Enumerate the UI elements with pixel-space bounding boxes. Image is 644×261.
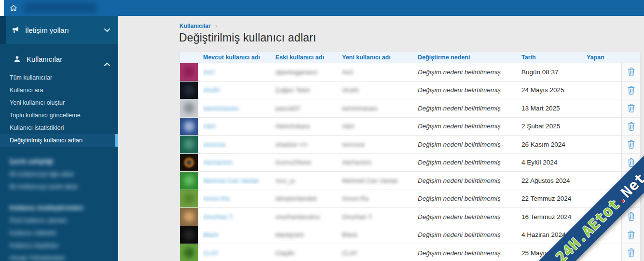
home-icon: [9, 4, 18, 13]
change-date: 22 Ağustos 2024: [521, 177, 587, 184]
sidebar-blurred-group: İçerik sahipliği Bir kullanıcıya öğe akt…: [0, 155, 118, 193]
actions-cell: [621, 82, 640, 99]
table-row: AvC alperkaganavci AvC Değişim nedeni be…: [180, 63, 640, 82]
top-bar: [4, 0, 644, 16]
col-header-current: Mevcut kullanıcı adı: [203, 54, 275, 61]
delete-button[interactable]: [625, 138, 637, 151]
new-username: CL4Y: [342, 249, 418, 257]
sidebar-group-header: İçerik sahipliği: [0, 155, 118, 168]
current-username-link[interactable]: Amon-Ra: [203, 195, 230, 202]
col-header-new: Yeni kullanıcı adı: [342, 54, 418, 61]
sidebar-item-blurred[interactable]: Bir kullanıcıya içerik aktar: [0, 180, 118, 193]
sidebar-item-de-i-tirilmi-kullan-c-adlar-[interactable]: Değiştirilmiş kullanıcı adları: [0, 134, 118, 147]
avatar-cell: [180, 63, 203, 81]
avatar-cell: [180, 172, 203, 190]
current-username-link[interactable]: AlaYazılım: [203, 159, 233, 166]
actions-cell: [621, 226, 640, 244]
trash-icon: [627, 67, 636, 77]
avatar[interactable]: [180, 208, 198, 226]
delete-button[interactable]: [625, 66, 637, 78]
sidebar-item-blurred[interactable]: Özel kullanıcı alanları: [0, 214, 118, 227]
change-reason: Değişim nedeni belirtilmemiş: [418, 177, 521, 184]
actions-cell: [621, 63, 640, 81]
avatar-cell: [180, 190, 203, 208]
sidebar-section-iletisim[interactable]: İletişim yolları: [0, 16, 118, 44]
avatar[interactable]: [180, 63, 198, 81]
current-username-link[interactable]: shuthi: [203, 86, 220, 94]
current-username-link[interactable]: A&A: [203, 123, 216, 130]
new-username: Black: [342, 231, 418, 238]
delete-button[interactable]: [625, 210, 637, 223]
sidebar-item-blurred[interactable]: Bir kullanıcıya öğe aktar: [0, 168, 118, 180]
avatar[interactable]: [180, 226, 198, 244]
sidebar-blurred-groups: İçerik sahipliği Bir kullanıcıya öğe akt…: [0, 155, 118, 261]
change-reason: Değişim nedeni belirtilmemiş: [418, 213, 521, 220]
col-header-by: Yapan: [587, 54, 621, 61]
new-username: rencova: [342, 141, 418, 148]
sidebar-item-blurred[interactable]: Kullanıcı rütbeleri: [0, 227, 118, 239]
delete-button[interactable]: [625, 247, 637, 259]
current-username-link[interactable]: AvC: [203, 69, 215, 76]
delete-button[interactable]: [625, 84, 637, 96]
current-username-link[interactable]: rencova: [203, 141, 225, 148]
new-username: AlaYazılım: [342, 159, 418, 166]
avatar[interactable]: [180, 190, 198, 208]
avatar[interactable]: [180, 244, 198, 261]
avatar[interactable]: [180, 99, 198, 117]
current-username-link[interactable]: tammmasası: [203, 105, 239, 112]
sidebar-blurred-group: Kullanıcı özelleştirmeleri Özel kullanıc…: [0, 202, 118, 261]
change-reason: Değişim nedeni belirtilmemiş: [418, 231, 521, 238]
sidebar-item-blurred[interactable]: Hesap Yükseltmeleri: [0, 252, 118, 261]
col-header-date: Tarih: [521, 54, 587, 61]
change-reason: Değişim nedeni belirtilmemiş: [418, 69, 521, 76]
avatar-cell: [180, 208, 203, 226]
change-reason: Değişim nedeni belirtilmemiş: [418, 86, 521, 94]
page-title: Değiştirilmiş kullanıcı adları: [179, 31, 316, 44]
current-username-link[interactable]: CL4Y: [203, 249, 219, 257]
avatar[interactable]: [180, 172, 198, 190]
chevron-up-icon: [104, 62, 110, 67]
avatar[interactable]: [180, 118, 198, 136]
actions-cell: [621, 136, 640, 153]
sidebar-item-kullan-c-ara[interactable]: Kullanıcı ara: [0, 84, 118, 96]
breadcrumb-link-kullanicilar[interactable]: Kullanıcılar: [179, 23, 211, 29]
old-username: AlemAnkara: [275, 123, 342, 130]
sidebar-item-yeni-kullan-c-olu-tur[interactable]: Yeni kullanıcı oluştur: [0, 96, 118, 109]
table-row: Mehmet Can Vardar mcv_js Mehmet Can Vard…: [180, 172, 640, 190]
sidebar-group-header: Kullanıcı özelleştirmeleri: [0, 202, 118, 214]
avatar[interactable]: [180, 136, 198, 153]
delete-button[interactable]: [625, 229, 637, 241]
main-content: Kullanıcılar › Değiştirilmiş kullanıcı a…: [118, 16, 644, 261]
avatar[interactable]: [180, 82, 198, 99]
current-username-link[interactable]: Mehmet Can Vardar: [203, 177, 259, 184]
trash-icon: [627, 248, 636, 258]
old-username: mcv_js: [275, 177, 342, 184]
avatar-cell: [180, 82, 203, 99]
home-button[interactable]: [8, 2, 19, 14]
current-username-link[interactable]: Black: [203, 231, 219, 238]
sidebar-section-label: İletişim yolları: [25, 26, 69, 34]
change-date: 26 Kasım 2024: [521, 141, 587, 148]
delete-button[interactable]: [625, 120, 637, 133]
change-reason: Değişim nedeni belirtilmemiş: [418, 159, 521, 166]
trash-icon: [627, 139, 636, 149]
table-row: rencova shadow </> rencova Değişim neden…: [180, 136, 640, 154]
change-date: Bugün 08:37: [521, 69, 587, 76]
current-username-link[interactable]: Onurhan T.: [203, 213, 234, 220]
actions-cell: [621, 244, 640, 261]
sidebar-item-kullan-c-istatistikleri[interactable]: Kullanıcı istatistikleri: [0, 122, 118, 134]
chevron-down-icon: [104, 27, 110, 32]
delete-button[interactable]: [625, 102, 637, 114]
megaphone-icon: [11, 26, 20, 34]
table-row: AlaYazılım Gumu2Store AlaYazılım Değişim…: [180, 154, 640, 172]
table-header-row: Mevcut kullanıcı adı Eski kullanıcı adı …: [180, 52, 640, 63]
sidebar-item-t-m-kullan-c-lar[interactable]: Tüm kullanıcılar: [0, 71, 118, 84]
table-row: tammmasası pascal37 tammmasası Değişim n…: [180, 99, 640, 118]
avatar-cell: [180, 118, 203, 136]
sidebar-section-label: Kullanıcılar: [27, 55, 62, 63]
sidebar-section-kullanicilar[interactable]: Kullanıcılar: [0, 44, 118, 64]
old-username: Gumu2Store: [275, 159, 342, 166]
sidebar-item-toplu-kullan-c-g-ncelleme[interactable]: Toplu kullanıcı güncelleme: [0, 109, 118, 122]
avatar[interactable]: [180, 154, 198, 172]
sidebar-item-blurred[interactable]: Kullanıcı başlıkları: [0, 239, 118, 252]
